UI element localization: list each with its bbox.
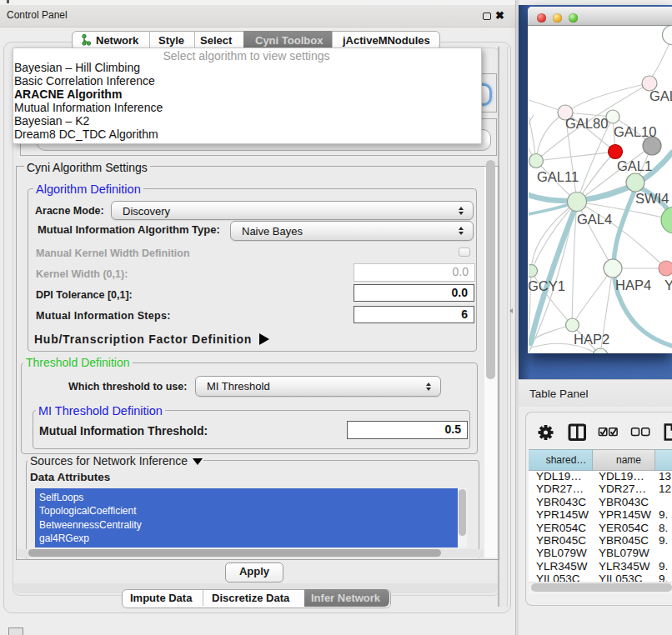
svg-text:GAL80: GAL80: [565, 116, 608, 131]
svg-text:Y: Y: [664, 278, 672, 292]
svg-text:GAL11: GAL11: [537, 169, 579, 184]
svg-text:SWI4: SWI4: [635, 191, 669, 206]
svg-text:HAP4: HAP4: [615, 278, 651, 292]
svg-text:GAL7: GAL7: [649, 88, 672, 103]
svg-text:GCY1: GCY1: [529, 278, 565, 293]
svg-text:GAL1: GAL1: [617, 158, 652, 173]
svg-text:HAP2: HAP2: [574, 332, 609, 347]
svg-text:GAL10: GAL10: [614, 124, 656, 139]
svg-text:GAL4: GAL4: [577, 212, 612, 227]
